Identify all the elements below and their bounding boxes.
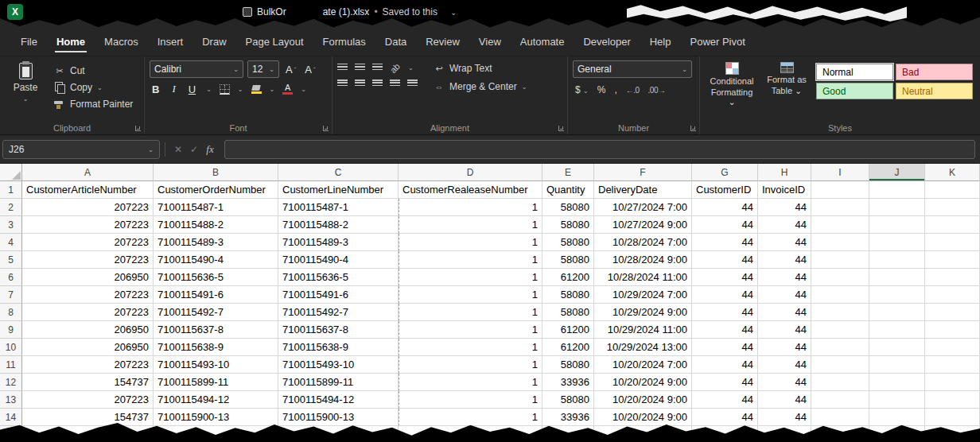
cell-A7[interactable]: 207223 bbox=[22, 286, 154, 304]
cell-G14[interactable]: 44 bbox=[692, 409, 758, 426]
cell-C10[interactable]: 7100115638-9 bbox=[278, 339, 399, 356]
cell-D13[interactable]: 1 bbox=[399, 391, 542, 409]
row-header-11[interactable]: 11 bbox=[0, 356, 22, 374]
cell-J8[interactable] bbox=[869, 304, 925, 321]
cell-J6[interactable] bbox=[869, 269, 925, 286]
cell-G11[interactable]: 44 bbox=[692, 356, 758, 374]
cell-E14[interactable]: 33936 bbox=[542, 409, 594, 426]
cell-D6[interactable]: 1 bbox=[399, 269, 542, 286]
cell-E5[interactable]: 58080 bbox=[542, 251, 594, 269]
row-header-6[interactable]: 6 bbox=[0, 269, 22, 286]
menu-tab-macros[interactable]: Macros bbox=[95, 27, 148, 56]
row-header-1[interactable]: 1 bbox=[0, 181, 22, 199]
cell-G1[interactable]: CustomerID bbox=[692, 181, 758, 199]
cell-C4[interactable]: 7100115489-3 bbox=[278, 234, 399, 251]
cell-H3[interactable]: 44 bbox=[758, 216, 811, 234]
cell-A5[interactable]: 207223 bbox=[22, 251, 154, 269]
cell-F5[interactable]: 10/28/2024 9:00 bbox=[594, 251, 692, 269]
cell-F14[interactable]: 10/20/2024 9:00 bbox=[594, 409, 692, 426]
cell-H5[interactable]: 44 bbox=[758, 251, 811, 269]
row-header-8[interactable]: 8 bbox=[0, 304, 22, 321]
align-middle-icon[interactable] bbox=[355, 64, 365, 72]
currency-button[interactable]: $ ⌄ bbox=[575, 84, 589, 95]
cell-C2[interactable]: 7100115487-1 bbox=[278, 199, 399, 216]
cell-B12[interactable]: 7100115899-11 bbox=[154, 374, 278, 391]
cell-D12[interactable]: 1 bbox=[399, 374, 542, 391]
cell-J11[interactable] bbox=[869, 356, 925, 374]
cell-B7[interactable]: 7100115491-6 bbox=[154, 286, 278, 304]
font-name-combo[interactable]: Calibri ⌄ bbox=[150, 60, 243, 78]
cell-J2[interactable] bbox=[869, 199, 925, 216]
cell-G10[interactable]: 44 bbox=[692, 339, 758, 356]
shrink-font-button[interactable]: Aˇ bbox=[302, 64, 317, 76]
cell-K6[interactable] bbox=[925, 269, 980, 286]
dialog-launcher-icon[interactable] bbox=[558, 126, 564, 131]
cell-style-good[interactable]: Good bbox=[816, 83, 893, 99]
cell-I5[interactable] bbox=[811, 251, 869, 269]
cell-G6[interactable]: 44 bbox=[692, 269, 758, 286]
cell-D7[interactable]: 1 bbox=[399, 286, 542, 304]
cell-B11[interactable]: 7100115493-10 bbox=[154, 356, 278, 374]
cell-J13[interactable] bbox=[869, 391, 925, 409]
cell-B5[interactable]: 7100115490-4 bbox=[154, 251, 278, 269]
merge-center-button[interactable]: ⇔ Merge & Center ⌄ bbox=[434, 81, 527, 92]
row-header-13[interactable]: 13 bbox=[0, 391, 22, 409]
insert-function-icon[interactable]: fx bbox=[202, 143, 218, 156]
cell-K1[interactable] bbox=[925, 181, 980, 199]
cell-A3[interactable]: 207223 bbox=[22, 216, 154, 234]
row-header-12[interactable]: 12 bbox=[0, 374, 22, 391]
cell-J3[interactable] bbox=[869, 216, 925, 234]
cell-C9[interactable]: 7100115637-8 bbox=[278, 321, 399, 339]
orientation-icon[interactable]: ab bbox=[388, 60, 402, 75]
cell-K8[interactable] bbox=[925, 304, 980, 321]
cell-B8[interactable]: 7100115492-7 bbox=[154, 304, 278, 321]
cell-C3[interactable]: 7100115488-2 bbox=[278, 216, 399, 234]
align-center-icon[interactable] bbox=[355, 79, 365, 87]
cell-D9[interactable]: 1 bbox=[399, 321, 542, 339]
menu-tab-formulas[interactable]: Formulas bbox=[313, 27, 375, 56]
cell-E3[interactable]: 58080 bbox=[542, 216, 594, 234]
cell-K4[interactable] bbox=[925, 234, 980, 251]
column-header-J[interactable]: J bbox=[869, 164, 925, 181]
row-header-14[interactable]: 14 bbox=[0, 409, 22, 426]
cell-E2[interactable]: 58080 bbox=[542, 199, 594, 216]
cell-F9[interactable]: 10/29/2024 11:00 bbox=[594, 321, 692, 339]
cell-I4[interactable] bbox=[811, 234, 869, 251]
cell-D10[interactable]: 1 bbox=[399, 339, 542, 356]
align-top-icon[interactable] bbox=[337, 64, 348, 72]
font-size-combo[interactable]: 12 ⌄ bbox=[247, 60, 279, 78]
cell-D5[interactable]: 1 bbox=[399, 251, 542, 269]
cell-J9[interactable] bbox=[869, 321, 925, 339]
wrap-text-button[interactable]: ↩ Wrap Text bbox=[434, 63, 527, 74]
cell-A9[interactable]: 206950 bbox=[22, 321, 154, 339]
bold-button[interactable]: B bbox=[150, 83, 161, 95]
cell-E4[interactable]: 58080 bbox=[542, 234, 594, 251]
cell-H13[interactable]: 44 bbox=[758, 391, 811, 409]
cell-K10[interactable] bbox=[925, 339, 980, 356]
cell-E6[interactable]: 61200 bbox=[542, 269, 594, 286]
cell-D14[interactable]: 1 bbox=[399, 409, 542, 426]
cell-B2[interactable]: 7100115487-1 bbox=[154, 199, 278, 216]
cell-I14[interactable] bbox=[811, 409, 869, 426]
search-box[interactable] bbox=[627, 3, 907, 21]
align-right-icon[interactable] bbox=[372, 79, 383, 87]
format-as-table-button[interactable]: Format as Table ⌄ bbox=[764, 60, 810, 107]
cell-F13[interactable]: 10/20/2024 9:00 bbox=[594, 391, 692, 409]
cell-B13[interactable]: 7100115494-12 bbox=[154, 391, 278, 409]
cell-D11[interactable]: 1 bbox=[399, 356, 542, 374]
row-header-3[interactable]: 3 bbox=[0, 216, 22, 234]
cell-J10[interactable] bbox=[869, 339, 925, 356]
cell-J4[interactable] bbox=[869, 234, 925, 251]
decrease-indent-icon[interactable] bbox=[390, 79, 400, 87]
align-left-icon[interactable] bbox=[337, 79, 348, 87]
cell-C12[interactable]: 7100115899-11 bbox=[278, 374, 399, 391]
cell-B9[interactable]: 7100115637-8 bbox=[154, 321, 278, 339]
cell-A8[interactable]: 207223 bbox=[22, 304, 154, 321]
cell-A6[interactable]: 206950 bbox=[22, 269, 154, 286]
menu-tab-file[interactable]: File bbox=[11, 27, 47, 56]
menu-tab-data[interactable]: Data bbox=[375, 27, 416, 56]
cell-C7[interactable]: 7100115491-6 bbox=[278, 286, 399, 304]
column-header-C[interactable]: C bbox=[278, 164, 399, 181]
cell-F1[interactable]: DeliveryDate bbox=[594, 181, 692, 199]
column-header-A[interactable]: A bbox=[22, 164, 154, 181]
